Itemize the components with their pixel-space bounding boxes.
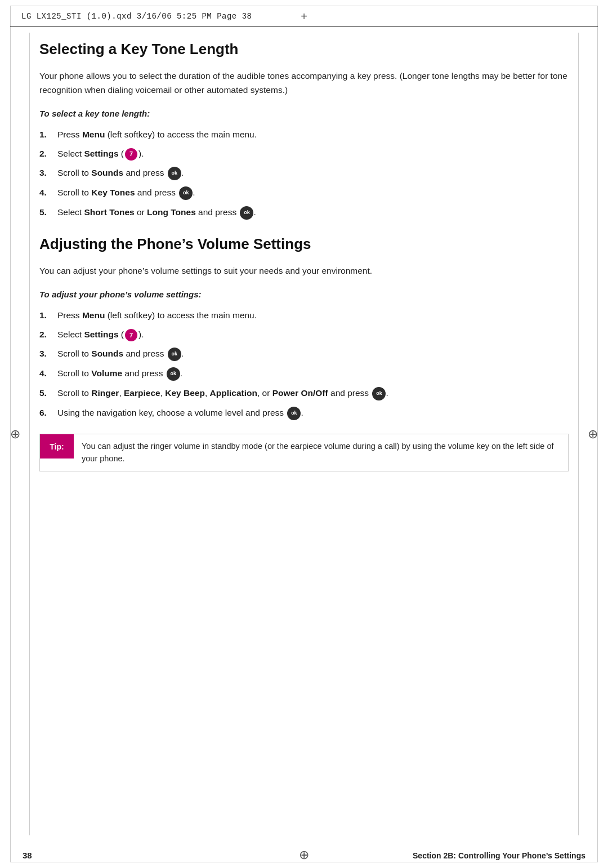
step-number: 1.	[39, 309, 55, 322]
bold-settings: Settings	[84, 330, 118, 339]
bold-menu: Menu	[82, 130, 105, 139]
step-content: Scroll to Sounds and press ok.	[57, 347, 569, 361]
crosshair-left-icon: ⊕	[10, 427, 20, 442]
bold-settings: Settings	[84, 149, 118, 158]
bold-sounds: Sounds	[91, 168, 123, 177]
section1-steps: 1. Press Menu (left softkey) to access t…	[39, 128, 569, 220]
content-area: Selecting a Key Tone Length Your phone a…	[39, 33, 569, 834]
ok-badge: ok	[240, 206, 253, 220]
ok-badge: ok	[167, 367, 180, 381]
section2-step-1: 1. Press Menu (left softkey) to access t…	[39, 309, 569, 322]
bold-menu: Menu	[82, 310, 105, 320]
ok-badge: ok	[287, 407, 301, 420]
step-number: 2.	[39, 328, 55, 341]
step-number: 3.	[39, 347, 55, 360]
step-content: Select Settings (7).	[57, 328, 569, 341]
section1-step-4: 4. Scroll to Key Tones and press ok.	[39, 186, 569, 200]
crosshair-top-icon	[298, 6, 310, 27]
ok-badge: ok	[179, 186, 193, 200]
num-badge-7: 7	[125, 329, 137, 341]
step-content: Select Settings (7).	[57, 147, 569, 161]
section1-step-3: 3. Scroll to Sounds and press ok.	[39, 166, 569, 180]
step-content: Scroll to Volume and press ok.	[57, 367, 569, 381]
section1-step-5: 5. Select Short Tones or Long Tones and …	[39, 206, 569, 220]
step-content: Select Short Tones or Long Tones and pre…	[57, 206, 569, 220]
section2-step-6: 6. Using the navigation key, choose a vo…	[39, 406, 569, 420]
step-number: 4.	[39, 367, 55, 380]
tip-label: Tip:	[40, 434, 74, 459]
num-badge-7: 7	[125, 148, 137, 161]
section1-step-1: 1. Press Menu (left softkey) to access t…	[39, 128, 569, 141]
step-content: Press Menu (left softkey) to access the …	[57, 128, 569, 141]
ok-badge: ok	[372, 387, 386, 400]
right-margin-line	[578, 33, 579, 835]
section2-step-5: 5. Scroll to Ringer, Earpiece, Key Beep,…	[39, 386, 569, 400]
step-content: Scroll to Key Tones and press ok.	[57, 186, 569, 200]
crosshair-right-icon: ⊕	[588, 427, 598, 442]
bold-ringer: Ringer	[91, 388, 119, 398]
bold-volume: Volume	[91, 368, 122, 378]
footer-title: Section 2B: Controlling Your Phone’s Set…	[413, 851, 585, 860]
section2-title: Adjusting the Phone’s Volume Settings	[39, 233, 569, 255]
step-number: 6.	[39, 406, 55, 420]
left-margin-line	[29, 33, 30, 835]
bold-application: Application	[210, 388, 257, 398]
step-number: 4.	[39, 186, 55, 199]
section2-subsection-label: To adjust your phone’s volume settings:	[39, 288, 569, 301]
section2-step-3: 3. Scroll to Sounds and press ok.	[39, 347, 569, 361]
step-content: Scroll to Ringer, Earpiece, Key Beep, Ap…	[57, 386, 569, 400]
step-content: Using the navigation key, choose a volum…	[57, 406, 569, 420]
bold-keybeep: Key Beep	[165, 388, 205, 398]
section1-intro: Your phone allows you to select the dura…	[39, 69, 569, 97]
bold-longtones: Long Tones	[147, 207, 196, 217]
section1-title: Selecting a Key Tone Length	[39, 38, 569, 60]
bold-keytones: Key Tones	[91, 188, 135, 197]
step-number: 3.	[39, 166, 55, 180]
step-number: 5.	[39, 206, 55, 219]
bold-earpiece: Earpiece	[124, 388, 160, 398]
bold-shorttones: Short Tones	[84, 207, 134, 217]
tip-box: Tip: You can adjust the ringer volume in…	[39, 434, 569, 471]
step-number: 5.	[39, 386, 55, 400]
header-text: LG LX125_STI (1.0).qxd 3/16/06 5:25 PM P…	[21, 12, 252, 21]
section2-intro: You can adjust your phone’s volume setti…	[39, 264, 569, 278]
ok-badge: ok	[168, 348, 181, 361]
section1-subsection-label: To select a key tone length:	[39, 108, 569, 121]
section2-steps: 1. Press Menu (left softkey) to access t…	[39, 309, 569, 420]
step-content: Scroll to Sounds and press ok.	[57, 166, 569, 180]
step-content: Press Menu (left softkey) to access the …	[57, 309, 569, 322]
bold-sounds: Sounds	[91, 349, 123, 358]
step-number: 2.	[39, 147, 55, 161]
section1-step-2: 2. Select Settings (7).	[39, 147, 569, 161]
ok-badge: ok	[168, 167, 181, 180]
footer-area: 38 Section 2B: Controlling Your Phone’s …	[23, 851, 585, 860]
section2-step-2: 2. Select Settings (7).	[39, 328, 569, 341]
page-number: 38	[23, 851, 32, 860]
tip-content: You can adjust the ringer volume in stan…	[74, 434, 568, 471]
section2-step-4: 4. Scroll to Volume and press ok.	[39, 367, 569, 381]
step-number: 1.	[39, 128, 55, 141]
bold-poweronoff: Power On/Off	[272, 388, 328, 398]
